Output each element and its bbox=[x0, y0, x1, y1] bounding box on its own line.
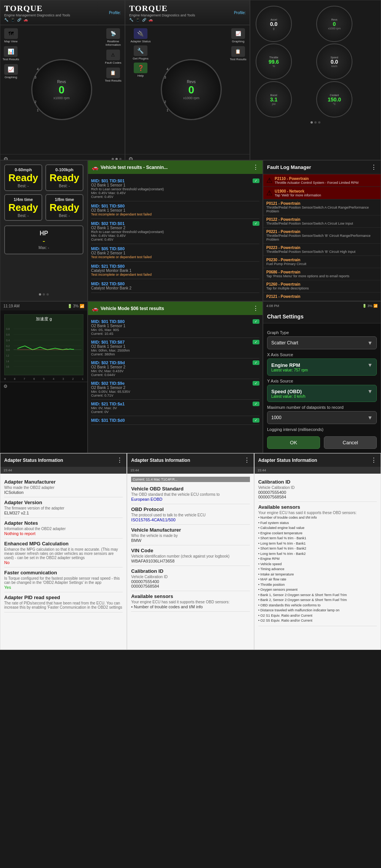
settings-icon-1[interactable]: ⚙ bbox=[3, 156, 8, 160]
vt-menu-icon[interactable]: ⋮ bbox=[253, 164, 259, 171]
fl-header: Fault Log Manager ⋮ bbox=[263, 161, 381, 174]
nav-icon-7[interactable]: 🔗 bbox=[142, 18, 146, 22]
nav-icon-8[interactable]: 🚗 bbox=[149, 18, 153, 22]
nav-icon-5[interactable]: 🔧 bbox=[129, 18, 133, 22]
as-body-1: Adapter Manufacturer Who made the OBD2 a… bbox=[0, 474, 126, 616]
hp-card: HP - Max: - bbox=[4, 225, 83, 254]
cs-number-arrow: ▼ bbox=[367, 415, 373, 421]
sidebar-item-testresults-r[interactable]: 📋 Test Results bbox=[105, 68, 122, 82]
nav-icon-1[interactable]: 🔧 bbox=[4, 18, 8, 22]
perf-card-14mtime: 1/4m time Ready Best: - bbox=[4, 194, 42, 221]
menu-item-help[interactable]: ❓ Help bbox=[134, 63, 147, 77]
sidebar-item-mapview[interactable]: 🗺 Map View bbox=[4, 28, 18, 43]
profile-link-2[interactable]: Profile: bbox=[234, 11, 246, 15]
nav-icon-2[interactable]: 📱 bbox=[11, 18, 15, 22]
fl-item-3[interactable]: P0122 - Powertrain Throttle/Pedal Positi… bbox=[263, 215, 381, 228]
sidebar-item-faultcodes[interactable]: ⚠ Fault Codes bbox=[105, 50, 121, 64]
settings-icon-2[interactable]: ⚙ bbox=[128, 156, 133, 160]
svg-text:-0.2: -0.2 bbox=[6, 354, 9, 357]
screen-multi-gauge: Accel 0.0 g Revs 0 x1000 rpm Throttle 99… bbox=[250, 0, 381, 160]
nav-icon-4[interactable]: 🚗 bbox=[24, 18, 28, 22]
as-section-notes: Adapter Notes Information about the OBD2… bbox=[4, 518, 123, 538]
cs-max-datapoints-label: Maximum number of datapoints to record bbox=[267, 405, 377, 410]
sensors-list: • Number of trouble codes and t/M info •… bbox=[258, 515, 377, 624]
fl-item-4[interactable]: P0221 - Powertrain Throttle/Pedal Positi… bbox=[263, 228, 381, 244]
as-section-version: Adapter Version The firmware version of … bbox=[4, 497, 123, 518]
cs-graph-type-dropdown[interactable]: Scatter Chart ▼ bbox=[267, 336, 377, 349]
nav-icon-6[interactable]: 📱 bbox=[136, 18, 140, 22]
fl-item-5[interactable]: P0223 - Powertrain Throttle/Pedal Positi… bbox=[263, 244, 381, 256]
svg-text:0.6: 0.6 bbox=[6, 333, 10, 336]
as-section-obd-standard: Vehicle OBD Standard The OBD standard th… bbox=[131, 484, 250, 504]
as-section-available-sensors-3: Available sensors Your engine ECU has sa… bbox=[258, 502, 377, 626]
profile-link-1[interactable]: Profile: bbox=[109, 11, 121, 15]
as-body-2: Current: 11.4 Mac T1C4P.R... Vehicle OBD… bbox=[127, 474, 253, 615]
as-menu-icon-1[interactable]: ⋮ bbox=[117, 457, 123, 464]
sidebar-item-graphing[interactable]: 📈 Graphing bbox=[4, 64, 18, 79]
fl-item-1[interactable]: ⚠ U1900 - Network Tap 'Web' for more inf… bbox=[263, 187, 381, 199]
cs-x-axis-value: Engine RPM bbox=[271, 362, 300, 368]
fl-item-0[interactable]: ⚠ P2110 - Powertrain Throttle Actuator C… bbox=[263, 174, 381, 187]
vm-entry-2: MID: $02 TID:$9d O2 Bank 1 Sensor 2 Min:… bbox=[91, 358, 259, 379]
vt-car-icon: 🚗 bbox=[92, 164, 98, 170]
torque-logo-1: Torque bbox=[4, 3, 70, 13]
gauge-revs: Revs 0 x1000 rpm bbox=[316, 6, 352, 42]
as-section-obd-protocol: OBD Protocol The protocol used to talk t… bbox=[131, 504, 250, 525]
cs-y-axis-value: Speed (OBD) bbox=[271, 389, 302, 394]
vm-entry-5: MID: $31 TID:$d0 ✓ bbox=[91, 416, 259, 425]
cs-max-datapoints-value: 1000 bbox=[271, 415, 282, 420]
main-gauge-area-2: Revs 0 x1000 rpm 4 3 2 1 bbox=[156, 25, 227, 154]
as-body-3: Calibration ID Vehicle Calibration ID 00… bbox=[255, 474, 381, 629]
fl-item-6[interactable]: P0230 - Powertrain Fuel Pump Primary Cir… bbox=[263, 256, 381, 268]
as-section-mpg: Enhanced MPG Calculation Enhance the MPG… bbox=[4, 538, 123, 567]
nav-icon-3[interactable]: 🔗 bbox=[17, 18, 21, 22]
vt-entry-0: MID: $01 TID:$01 O2 Bank 1 Sensor 1 Rich… bbox=[91, 176, 259, 201]
vm-menu-icon[interactable]: ⋮ bbox=[253, 305, 259, 312]
accel-graph-svg: 0.8 0.6 0.4 0.2 0.0 -0.2 -0.4 -0.6 bbox=[6, 323, 82, 373]
fl-body: ⚠ P2110 - Powertrain Throttle Actuator C… bbox=[263, 174, 381, 301]
fl-item-8[interactable]: P1260 - Powertrain Tap for multiple desc… bbox=[263, 280, 381, 293]
cs-ok-button[interactable]: OK bbox=[267, 436, 320, 449]
as-menu-icon-2[interactable]: ⋮ bbox=[244, 457, 250, 464]
fl-item-9[interactable]: P2121 - Powertrain bbox=[263, 293, 381, 301]
fl-item-2[interactable]: P0121 - Powertrain Throttle/Pedal Positi… bbox=[263, 199, 381, 215]
screen-vehicle-test: 🚗 Vehicle test results - Scannin... ⋮ MI… bbox=[88, 160, 263, 301]
screen-performance: 0-60mph Ready Best: - 0-100kph Ready Bes… bbox=[0, 160, 88, 301]
app-header-1: Torque Engine Management Diagnostics and… bbox=[0, 0, 125, 25]
cs-status-bar: 4:08 PM 🔋 3% 📶 bbox=[263, 302, 381, 310]
vt-entry-3: MID: $05 TID:$80 O2 Bank 2 Sensor 1 Test… bbox=[91, 244, 259, 262]
fl-menu-icon[interactable]: ⋮ bbox=[371, 164, 377, 171]
sidebar-left-1: 🗺 Map View 📊 Test Results 📈 Graphing bbox=[0, 25, 21, 154]
sidebar-item-testresults[interactable]: 📊 Test Results bbox=[3, 46, 19, 61]
sidebar-item-testresults-r2[interactable]: 📋 Test Results bbox=[230, 46, 247, 61]
main-gauge-area-1: Revs 0 x1000 rpm 4 3 2 1 bbox=[21, 25, 102, 154]
vm-status-ok-3: ✓ bbox=[253, 381, 259, 386]
screen-fault-log: Fault Log Manager ⋮ ⚠ P2110 - Powertrain… bbox=[263, 160, 381, 301]
as-menu-icon-3[interactable]: ⋮ bbox=[371, 457, 377, 464]
menu-overlay: 🔌 Adapter Status 🔧 Get Plugins ❓ Help bbox=[125, 25, 156, 154]
sidebar-item-realtime[interactable]: 📡 Realtime Information bbox=[103, 28, 123, 47]
menu-item-adapterstatus[interactable]: 🔌 Adapter Status bbox=[131, 28, 151, 43]
menu-item-getplugins[interactable]: 🔧 Get Plugins bbox=[133, 45, 148, 60]
sidebar-item-graphing-r[interactable]: 📈 Graphing bbox=[231, 28, 245, 43]
as-top-bar-text: Current: 11.4 Mac T1C4P.R... bbox=[131, 477, 250, 482]
bottom-bar-1: ⚙ bbox=[0, 154, 125, 160]
accel-header: 11:19 AM 🔋 3% 📶 bbox=[0, 302, 87, 310]
cs-y-axis-box[interactable]: Speed (OBD) ▼ Latest value: 0 km/h bbox=[267, 385, 377, 402]
vm-body: MID: $01 TID:$80 O2 Bank 1 Sensor 1 Min:… bbox=[88, 315, 263, 427]
as-status-bar-2: 15:44 bbox=[127, 467, 253, 474]
fl-item-7[interactable]: P0686 - Powertrain Tap 'Press Menu' for … bbox=[263, 268, 381, 280]
cs-x-axis-label: X Axis Source bbox=[267, 352, 377, 357]
fl-title: Fault Log Manager bbox=[267, 164, 311, 170]
cs-x-axis-latest: Latest value: 757 rpm bbox=[271, 368, 373, 372]
cs-cancel-button[interactable]: Cancel bbox=[324, 436, 377, 449]
cs-x-axis-box[interactable]: Engine RPM ▼ Latest value: 757 rpm bbox=[267, 358, 377, 376]
cs-max-datapoints-input[interactable]: 1000 ▼ bbox=[267, 411, 377, 424]
vt-entry-5: MID: $22 TID:$80 Catalyst Monitor Bank 2 bbox=[91, 279, 259, 293]
vm-entry-0: MID: $01 TID:$80 O2 Bank 1 Sensor 1 Min:… bbox=[91, 317, 259, 338]
vt-entry-1: MID: $01 TID:$80 O2 Bank 1 Sensor 1 Test… bbox=[91, 201, 259, 219]
cs-header: Chart Settings bbox=[263, 310, 381, 323]
cs-y-axis-latest: Latest value: 0 km/h bbox=[271, 394, 373, 399]
accel-settings-icon[interactable]: ⚙ bbox=[3, 384, 8, 389]
as-section-available-sensors-2: Available sensors Your engine ECU has sa… bbox=[131, 591, 250, 612]
